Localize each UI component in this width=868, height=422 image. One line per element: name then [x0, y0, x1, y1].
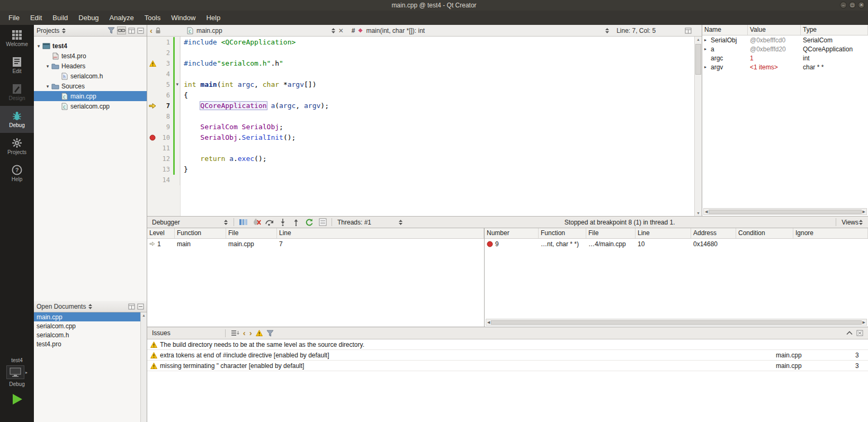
menu-build[interactable]: Build	[47, 12, 73, 24]
back-icon[interactable]: ‹	[150, 27, 153, 34]
menu-edit[interactable]: Edit	[25, 12, 47, 24]
line-number[interactable]: 4	[158, 69, 172, 79]
minimize-button[interactable]: –	[840, 2, 847, 8]
step-over-button[interactable]	[264, 217, 275, 227]
open-document-main-cpp[interactable]: main.cpp	[34, 312, 147, 321]
line-number[interactable]: 3	[158, 58, 172, 69]
next-issue-icon[interactable]: ›	[249, 329, 252, 337]
close-panel-icon[interactable]	[137, 28, 144, 34]
line-number[interactable]: 9	[158, 122, 172, 132]
breakpoints-column-line[interactable]: Line	[636, 228, 691, 238]
scrollbar-thumb[interactable]	[709, 210, 861, 214]
code-text[interactable]: }	[180, 164, 694, 175]
locals-horizontal-scrollbar[interactable]: ◀ ▶	[703, 208, 867, 215]
line-number[interactable]: 12	[158, 154, 172, 164]
kit-selector-button[interactable]: ▸	[6, 365, 28, 379]
open-document-serialcom-cpp[interactable]: serialcom.cpp	[34, 321, 147, 330]
open-document-serialcom-h[interactable]: serialcom.h	[34, 330, 147, 339]
exit-debugger-button[interactable]	[250, 217, 262, 227]
code-text[interactable]: QCoreApplication a(argc, argv);	[180, 101, 694, 111]
scroll-right-icon[interactable]: ▶	[863, 210, 865, 214]
stack-column-level[interactable]: Level	[147, 228, 175, 238]
step-out-button[interactable]	[290, 217, 302, 227]
open-documents-scrollbar[interactable]: ▲	[140, 312, 147, 422]
sort-category-icon[interactable]	[231, 329, 239, 337]
code-text[interactable]: {	[180, 90, 694, 101]
mode-welcome[interactable]: Welcome	[0, 25, 34, 52]
code-text[interactable]: return a.exec();	[180, 154, 694, 164]
scrollbar-thumb[interactable]	[491, 320, 861, 325]
issue-row[interactable]: missing terminating " character [enabled…	[147, 361, 868, 371]
tree-item-test4[interactable]: ▾test4	[34, 41, 147, 51]
expand-panel-icon[interactable]	[846, 331, 853, 335]
split-panel-icon[interactable]	[128, 28, 135, 34]
locals-row-a[interactable]: ▸a@0xbefffd20QCoreApplication	[702, 44, 868, 53]
code-editor[interactable]: 1#include <QCoreApplication>23#include"s…	[147, 37, 702, 216]
locals-column-value[interactable]: Value	[748, 25, 801, 35]
code-text[interactable]	[180, 69, 694, 79]
stack-column-line[interactable]: Line	[277, 228, 484, 238]
stack-column-file[interactable]: File	[226, 228, 277, 238]
menu-window[interactable]: Window	[166, 12, 201, 24]
mode-projects[interactable]: Projects	[0, 133, 34, 160]
menu-debug[interactable]: Debug	[73, 12, 104, 24]
step-into-button[interactable]	[277, 217, 289, 227]
expand-icon[interactable]: ▸	[704, 38, 709, 42]
locals-row-argv[interactable]: ▸argv<1 items>char * *	[702, 62, 868, 71]
symbols-hash-icon[interactable]: #	[352, 27, 355, 34]
restart-button[interactable]	[303, 217, 315, 227]
run-debug-button[interactable]	[10, 392, 24, 407]
twisty-icon[interactable]: ▾	[44, 64, 51, 69]
breakpoints-column-condition[interactable]: Condition	[736, 228, 793, 238]
mode-edit[interactable]: Edit	[0, 52, 34, 79]
tree-item-serialcom-cpp[interactable]: Cserialcom.cpp	[34, 101, 147, 111]
line-number[interactable]: 5	[158, 79, 172, 90]
filter-warnings-icon[interactable]	[256, 330, 263, 336]
editor-vertical-scrollbar[interactable]: ▲ ▼	[694, 37, 702, 216]
symbol-selector[interactable]: main(int, char *[]): int	[366, 27, 425, 34]
filter-icon[interactable]	[266, 330, 274, 337]
breakpoints-column-function[interactable]: Function	[539, 228, 586, 238]
symbol-selector-updown-icon[interactable]	[605, 28, 610, 34]
projects-panel-title[interactable]: Projects	[37, 27, 59, 34]
code-text[interactable]: #include <QCoreApplication>	[180, 37, 694, 48]
expand-icon[interactable]: ▸	[704, 47, 709, 51]
breakpoint-row[interactable]: 9…nt, char * *)…4/main.cpp100x14680	[485, 239, 868, 249]
scroll-up-icon[interactable]: ▲	[695, 38, 702, 41]
debugger-engine-selector[interactable]: Debugger	[150, 217, 230, 228]
line-number[interactable]: 7	[158, 101, 172, 111]
twisty-icon[interactable]: ▾	[35, 43, 42, 49]
mode-help[interactable]: ?Help	[0, 160, 34, 187]
code-text[interactable]: SerialCom SerialObj;	[180, 122, 694, 132]
menu-analyze[interactable]: Analyze	[104, 12, 139, 24]
code-text[interactable]: SerialObj.SerialInit();	[180, 132, 694, 143]
scroll-right-icon[interactable]: ▶	[863, 320, 865, 325]
code-text[interactable]	[180, 143, 694, 154]
debug-views-button[interactable]	[237, 217, 249, 227]
views-selector[interactable]: Views	[839, 217, 865, 228]
locals-row-argc[interactable]: argc1int	[702, 53, 868, 62]
line-number[interactable]: 10	[158, 132, 172, 143]
close-document-icon[interactable]: ✕	[338, 27, 344, 34]
menu-tools[interactable]: Tools	[139, 12, 166, 24]
line-number[interactable]: 13	[158, 164, 172, 175]
line-number[interactable]: 11	[158, 143, 172, 154]
threads-selector[interactable]: Threads: #1	[335, 217, 405, 228]
twisty-icon[interactable]: ▾	[44, 84, 51, 89]
locals-column-type[interactable]: Type	[801, 25, 868, 35]
breakpoints-horizontal-scrollbar[interactable]: ◀ ▶	[486, 319, 867, 326]
mode-debug[interactable]: Debug	[0, 106, 34, 133]
stack-column-function[interactable]: Function	[175, 228, 226, 238]
scrollbar-thumb[interactable]	[695, 44, 701, 75]
locals-column-name[interactable]: Name	[702, 25, 748, 35]
show-source-button[interactable]	[317, 217, 328, 227]
maximize-button[interactable]: ▢	[849, 2, 856, 8]
mode-design[interactable]: Design	[0, 79, 34, 106]
issue-row[interactable]: The build directory needs to be at the s…	[147, 339, 868, 350]
line-number[interactable]: 8	[158, 111, 172, 122]
open-documents-title[interactable]: Open Documents	[37, 303, 86, 310]
line-number[interactable]: 2	[158, 48, 172, 58]
tree-item-main-cpp[interactable]: Cmain.cpp	[34, 91, 147, 101]
tree-item-test4-pro[interactable]: protest4.pro	[34, 51, 147, 61]
code-text[interactable]: int main(int argc, char *argv[])	[180, 79, 694, 90]
